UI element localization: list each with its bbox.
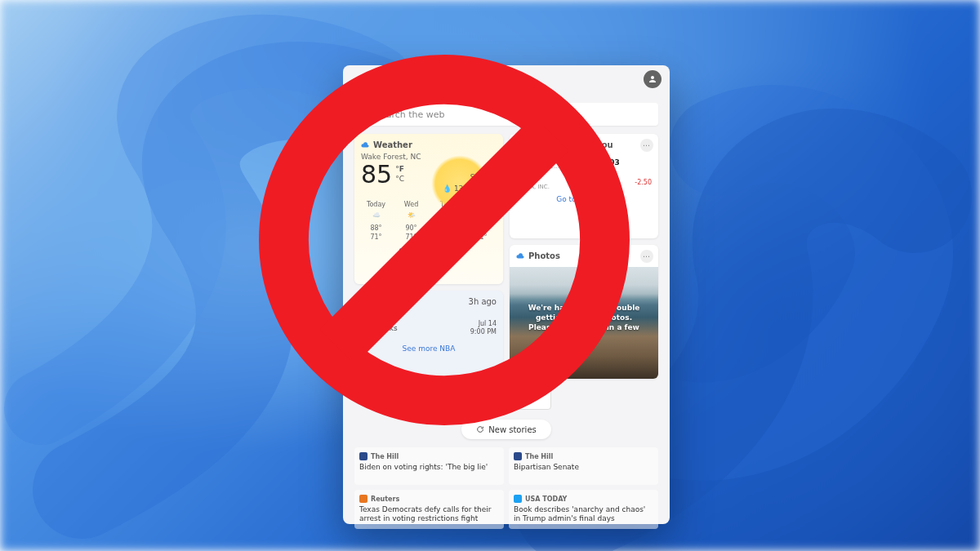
news-item[interactable]: Reuters Texas Democrats defy calls for t… bbox=[354, 490, 504, 529]
weather-temp: 85 bbox=[361, 162, 392, 187]
search-input[interactable]: Search the web bbox=[354, 103, 658, 126]
stock-row[interactable]: TSLATESLA, INC. 668.54-2.50 bbox=[516, 175, 652, 190]
team-logo-icon bbox=[361, 323, 371, 333]
photos-widget[interactable]: ⋯ Photos We're having some trouble getti… bbox=[510, 245, 658, 379]
account-avatar[interactable] bbox=[644, 70, 662, 88]
source-icon bbox=[359, 495, 368, 503]
nba-widget[interactable]: 🏀 NBA3h ago Suns Bucks Jul 149:00 PM See… bbox=[354, 291, 503, 379]
photos-error-text: We're having some trouble getting to you… bbox=[510, 304, 658, 342]
new-stories-button[interactable]: New stories bbox=[461, 420, 551, 439]
source-icon bbox=[359, 452, 368, 460]
news-item[interactable]: The Hill Bipartisan Senate bbox=[509, 447, 658, 485]
search-icon bbox=[361, 110, 370, 119]
weather-widget[interactable]: Weather Wake Forest, NC 85 °F°C Sunny 💧 … bbox=[354, 134, 503, 284]
chart-icon bbox=[516, 141, 524, 149]
cloud-icon bbox=[361, 141, 369, 149]
watchlist-link[interactable]: Go to watchlist bbox=[516, 195, 652, 203]
news-feed: The Hill Biden on voting rights: 'The bi… bbox=[354, 447, 658, 529]
onedrive-icon bbox=[516, 252, 524, 260]
nba-link[interactable]: See more NBA bbox=[361, 344, 497, 353]
photo-placeholder: We're having some trouble getting to you… bbox=[510, 267, 658, 379]
more-icon[interactable]: ⋯ bbox=[640, 250, 653, 263]
stock-row[interactable]: GMEGAMESTOP C... 180.03 bbox=[516, 154, 652, 170]
stocks-widget[interactable]: ⋯ Suggested for you GMEGAMESTOP C... 180… bbox=[510, 134, 658, 238]
source-icon bbox=[514, 495, 522, 503]
weather-forecast-link[interactable]: See full forecast bbox=[361, 247, 497, 256]
news-item[interactable]: USA TODAY Book describes 'anarchy and ch… bbox=[509, 490, 658, 529]
panel-time: 4:34 PM bbox=[354, 80, 658, 95]
widgets-panel: 4:34 PM Search the web Weather Wake Fore… bbox=[343, 65, 670, 524]
news-item[interactable]: The Hill Biden on voting rights: 'The bi… bbox=[354, 447, 504, 485]
add-widgets-button[interactable]: Add widgets bbox=[461, 389, 551, 410]
person-icon bbox=[648, 74, 657, 84]
weather-condition: Sunny 💧 13% ☀ 26 bbox=[443, 171, 493, 195]
refresh-icon bbox=[476, 425, 484, 433]
search-placeholder: Search the web bbox=[375, 109, 445, 120]
team-logo-icon bbox=[361, 311, 371, 321]
svg-line-1 bbox=[367, 115, 368, 117]
source-icon bbox=[514, 452, 522, 460]
svg-point-0 bbox=[363, 111, 368, 116]
more-icon[interactable]: ⋯ bbox=[640, 139, 653, 152]
